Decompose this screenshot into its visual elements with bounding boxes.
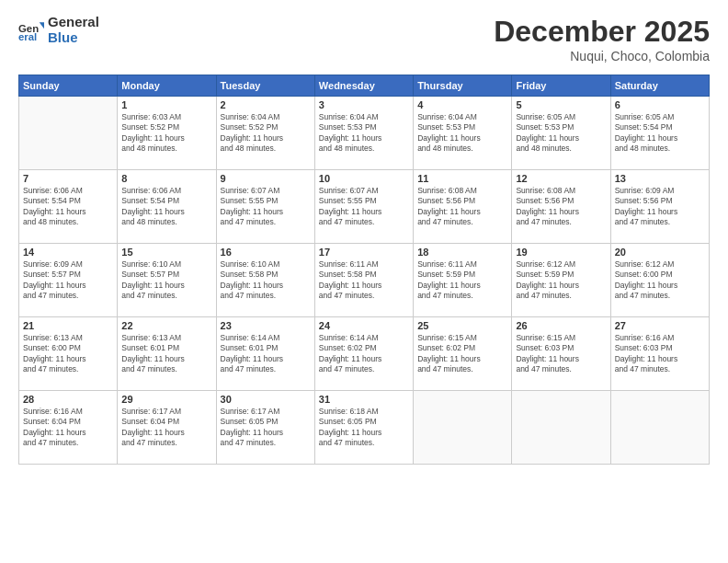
day-info: Sunrise: 6:18 AMSunset: 6:05 PMDaylight:… [319, 407, 409, 449]
day-info: Sunrise: 6:05 AMSunset: 5:54 PMDaylight:… [615, 112, 705, 155]
calendar-table: Sunday Monday Tuesday Wednesday Thursday… [18, 75, 710, 465]
calendar-cell: 31Sunrise: 6:18 AMSunset: 6:05 PMDayligh… [314, 391, 413, 465]
day-number: 13 [615, 173, 705, 184]
day-info: Sunrise: 6:17 AMSunset: 6:04 PMDaylight:… [121, 407, 211, 449]
day-info: Sunrise: 6:04 AMSunset: 5:53 PMDaylight:… [417, 112, 507, 155]
calendar-cell: 23Sunrise: 6:14 AMSunset: 6:01 PMDayligh… [216, 317, 314, 391]
day-info: Sunrise: 6:10 AMSunset: 5:57 PMDaylight:… [121, 259, 211, 302]
day-number: 17 [319, 247, 409, 258]
day-info: Sunrise: 6:11 AMSunset: 5:58 PMDaylight:… [319, 259, 409, 302]
calendar-week-row: 28Sunrise: 6:16 AMSunset: 6:04 PMDayligh… [19, 391, 710, 465]
day-info: Sunrise: 6:05 AMSunset: 5:53 PMDaylight:… [516, 112, 606, 155]
calendar-cell: 16Sunrise: 6:10 AMSunset: 5:58 PMDayligh… [216, 244, 314, 317]
calendar-cell: 3Sunrise: 6:04 AMSunset: 5:53 PMDaylight… [314, 97, 413, 170]
day-info: Sunrise: 6:13 AMSunset: 6:00 PMDaylight:… [23, 333, 113, 375]
calendar-cell: 27Sunrise: 6:16 AMSunset: 6:03 PMDayligh… [610, 317, 709, 391]
calendar-cell [414, 391, 512, 465]
day-number: 31 [319, 394, 409, 405]
day-number: 12 [516, 173, 606, 184]
day-number: 10 [319, 173, 409, 184]
calendar-week-row: 7Sunrise: 6:06 AMSunset: 5:54 PMDaylight… [19, 170, 710, 244]
day-number: 16 [221, 247, 311, 258]
day-number: 21 [23, 320, 113, 331]
calendar-cell [512, 391, 610, 465]
header-tuesday: Tuesday [216, 75, 314, 97]
svg-marker-2 [40, 22, 44, 29]
calendar-cell: 2Sunrise: 6:04 AMSunset: 5:52 PMDaylight… [216, 97, 314, 170]
header-friday: Friday [512, 75, 610, 97]
calendar-cell: 19Sunrise: 6:12 AMSunset: 5:59 PMDayligh… [512, 244, 610, 317]
day-number: 4 [417, 99, 507, 110]
day-info: Sunrise: 6:04 AMSunset: 5:52 PMDaylight:… [221, 112, 311, 155]
day-info: Sunrise: 6:09 AMSunset: 5:56 PMDaylight:… [615, 186, 705, 228]
day-info: Sunrise: 6:06 AMSunset: 5:54 PMDaylight:… [23, 186, 113, 228]
calendar-cell: 13Sunrise: 6:09 AMSunset: 5:56 PMDayligh… [610, 170, 709, 244]
day-number: 18 [417, 247, 507, 258]
calendar-cell: 8Sunrise: 6:06 AMSunset: 5:54 PMDaylight… [118, 170, 216, 244]
calendar-cell: 17Sunrise: 6:11 AMSunset: 5:58 PMDayligh… [314, 244, 413, 317]
day-number: 23 [221, 320, 311, 331]
calendar-cell: 6Sunrise: 6:05 AMSunset: 5:54 PMDaylight… [610, 97, 709, 170]
month-title: December 2025 [494, 15, 710, 49]
day-number: 19 [516, 247, 606, 258]
header-thursday: Thursday [414, 75, 512, 97]
day-number: 9 [221, 173, 311, 184]
calendar-cell: 4Sunrise: 6:04 AMSunset: 5:53 PMDaylight… [414, 97, 512, 170]
calendar-cell: 30Sunrise: 6:17 AMSunset: 6:05 PMDayligh… [216, 391, 314, 465]
day-number: 30 [221, 394, 311, 405]
calendar-cell: 11Sunrise: 6:08 AMSunset: 5:56 PMDayligh… [414, 170, 512, 244]
calendar-cell: 7Sunrise: 6:06 AMSunset: 5:54 PMDaylight… [19, 170, 118, 244]
day-number: 24 [319, 320, 409, 331]
day-number: 22 [121, 320, 211, 331]
day-info: Sunrise: 6:16 AMSunset: 6:04 PMDaylight:… [23, 407, 113, 449]
calendar-cell: 24Sunrise: 6:14 AMSunset: 6:02 PMDayligh… [314, 317, 413, 391]
day-info: Sunrise: 6:07 AMSunset: 5:55 PMDaylight:… [221, 186, 311, 228]
day-number: 11 [417, 173, 507, 184]
header-sunday: Sunday [19, 75, 118, 97]
title-block: December 2025 Nuqui, Choco, Colombia [494, 15, 710, 63]
calendar-cell: 18Sunrise: 6:11 AMSunset: 5:59 PMDayligh… [414, 244, 512, 317]
day-number: 28 [23, 394, 113, 405]
day-info: Sunrise: 6:14 AMSunset: 6:01 PMDaylight:… [221, 333, 311, 375]
logo-general-text: General [48, 15, 99, 30]
calendar-cell: 12Sunrise: 6:08 AMSunset: 5:56 PMDayligh… [512, 170, 610, 244]
day-info: Sunrise: 6:11 AMSunset: 5:59 PMDaylight:… [417, 259, 507, 302]
day-number: 15 [121, 247, 211, 258]
calendar-cell: 21Sunrise: 6:13 AMSunset: 6:00 PMDayligh… [19, 317, 118, 391]
calendar-week-row: 21Sunrise: 6:13 AMSunset: 6:00 PMDayligh… [19, 317, 710, 391]
day-number: 26 [516, 320, 606, 331]
calendar-cell: 15Sunrise: 6:10 AMSunset: 5:57 PMDayligh… [118, 244, 216, 317]
day-info: Sunrise: 6:03 AMSunset: 5:52 PMDaylight:… [121, 112, 211, 155]
day-number: 3 [319, 99, 409, 110]
calendar-cell: 28Sunrise: 6:16 AMSunset: 6:04 PMDayligh… [19, 391, 118, 465]
day-info: Sunrise: 6:12 AMSunset: 6:00 PMDaylight:… [615, 259, 705, 302]
day-number: 8 [121, 173, 211, 184]
calendar-cell: 5Sunrise: 6:05 AMSunset: 5:53 PMDaylight… [512, 97, 610, 170]
day-number: 27 [615, 320, 705, 331]
calendar-cell [19, 97, 118, 170]
day-number: 14 [23, 247, 113, 258]
calendar-cell: 9Sunrise: 6:07 AMSunset: 5:55 PMDaylight… [216, 170, 314, 244]
logo-icon: Gen eral [18, 17, 44, 43]
calendar-cell: 25Sunrise: 6:15 AMSunset: 6:02 PMDayligh… [414, 317, 512, 391]
day-number: 29 [121, 394, 211, 405]
weekday-header-row: Sunday Monday Tuesday Wednesday Thursday… [19, 75, 710, 97]
logo-blue-text: Blue [48, 30, 99, 46]
calendar-week-row: 14Sunrise: 6:09 AMSunset: 5:57 PMDayligh… [19, 244, 710, 317]
day-info: Sunrise: 6:06 AMSunset: 5:54 PMDaylight:… [121, 186, 211, 228]
day-info: Sunrise: 6:15 AMSunset: 6:02 PMDaylight:… [417, 333, 507, 375]
header-wednesday: Wednesday [314, 75, 413, 97]
header-monday: Monday [118, 75, 216, 97]
day-number: 25 [417, 320, 507, 331]
day-info: Sunrise: 6:17 AMSunset: 6:05 PMDaylight:… [221, 407, 311, 449]
location-text: Nuqui, Choco, Colombia [494, 49, 710, 63]
day-number: 5 [516, 99, 606, 110]
day-number: 1 [121, 99, 211, 110]
day-number: 7 [23, 173, 113, 184]
day-number: 2 [221, 99, 311, 110]
header-saturday: Saturday [610, 75, 709, 97]
day-info: Sunrise: 6:08 AMSunset: 5:56 PMDaylight:… [417, 186, 507, 228]
day-info: Sunrise: 6:04 AMSunset: 5:53 PMDaylight:… [319, 112, 409, 155]
calendar-cell: 20Sunrise: 6:12 AMSunset: 6:00 PMDayligh… [610, 244, 709, 317]
calendar-cell [610, 391, 709, 465]
